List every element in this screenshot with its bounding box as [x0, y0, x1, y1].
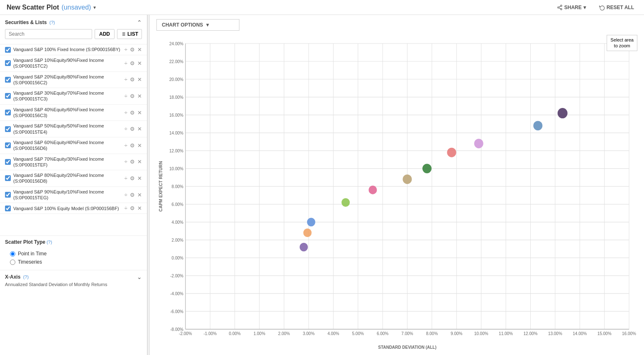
security-checkbox[interactable] [5, 47, 11, 53]
close-icon[interactable]: ✕ [137, 47, 142, 53]
xaxis-help-icon[interactable]: (?) [23, 274, 29, 279]
svg-text:6.00%: 6.00% [377, 331, 388, 336]
settings-icon[interactable]: ⚙ [130, 159, 135, 165]
close-icon[interactable]: ✕ [137, 159, 142, 165]
settings-icon[interactable]: ⚙ [130, 110, 135, 116]
security-checkbox[interactable] [5, 60, 11, 66]
settings-icon[interactable]: ⚙ [130, 205, 135, 211]
security-name: Vanguard S&P 40%Equity/60%Fixed Income (… [13, 107, 122, 119]
reset-all-button[interactable]: RESET ALL [596, 3, 637, 12]
list-icon [121, 32, 126, 37]
security-actions: ÷ ⚙ ✕ [124, 126, 142, 132]
svg-point-96 [533, 121, 542, 130]
scatter-type-help-icon[interactable]: (?) [46, 240, 52, 245]
security-checkbox[interactable] [5, 175, 11, 181]
security-item: Vanguard S&P 50%Equity/50%Fixed Income (… [0, 121, 147, 137]
securities-help-icon[interactable]: (?) [49, 20, 55, 25]
security-checkbox[interactable] [5, 159, 11, 165]
divide-icon[interactable]: ÷ [124, 159, 127, 165]
close-icon[interactable]: ✕ [137, 60, 142, 66]
radio-label-point[interactable]: Point in Time [10, 251, 137, 257]
settings-icon[interactable]: ⚙ [130, 60, 135, 66]
securities-header: Securities & Lists (?) ⌃ [5, 19, 142, 26]
radio-label-text: Point in Time [18, 251, 46, 257]
divide-icon[interactable]: ÷ [124, 126, 127, 132]
close-icon[interactable]: ✕ [137, 205, 142, 211]
settings-icon[interactable]: ⚙ [130, 93, 135, 99]
security-name: Vanguard S&P 100% Fixed Income (S:0P0001… [13, 47, 122, 52]
svg-point-93 [422, 164, 432, 173]
svg-text:14.00%: 14.00% [573, 331, 587, 336]
security-checkbox[interactable] [5, 110, 11, 115]
svg-text:10.00%: 10.00% [169, 166, 183, 171]
divide-icon[interactable]: ÷ [124, 47, 127, 53]
divide-icon[interactable]: ÷ [124, 60, 127, 66]
chart-area: CHART OPTIONS ▾ Select areato zoom -8.00… [150, 15, 644, 355]
list-button[interactable]: LIST [117, 29, 142, 39]
svg-text:2.00%: 2.00% [172, 238, 183, 242]
settings-icon[interactable]: ⚙ [130, 175, 135, 181]
settings-icon[interactable]: ⚙ [130, 76, 135, 83]
security-actions: ÷ ⚙ ✕ [124, 93, 142, 99]
security-checkbox[interactable] [5, 206, 11, 211]
svg-text:0.00%: 0.00% [172, 256, 183, 260]
svg-text:5.00%: 5.00% [352, 331, 364, 336]
divide-icon[interactable]: ÷ [124, 93, 127, 99]
security-name: Vanguard S&P 50%Equity/50%Fixed Income (… [13, 123, 122, 135]
security-actions: ÷ ⚙ ✕ [124, 205, 142, 211]
svg-text:8.00%: 8.00% [426, 331, 438, 336]
chart-options-dropdown[interactable]: CHART OPTIONS ▾ [156, 19, 239, 31]
radio-label-timeseries[interactable]: Timeseries [10, 259, 137, 265]
radio-input-timeseries[interactable] [10, 260, 15, 265]
settings-icon[interactable]: ⚙ [130, 142, 135, 149]
xaxis-section: X-Axis (?) ⌄ Annualized Standard Deviati… [0, 270, 147, 290]
svg-point-87 [300, 243, 308, 252]
security-checkbox[interactable] [5, 77, 11, 83]
radio-input-point[interactable] [10, 251, 15, 257]
divide-icon[interactable]: ÷ [124, 142, 127, 149]
security-name: Vanguard S&P 60%Equity/40%Fixed Income (… [13, 140, 122, 152]
zoom-button[interactable]: Select areato zoom [607, 35, 637, 51]
svg-text:2.00%: 2.00% [278, 331, 290, 336]
security-item: Vanguard S&P 30%Equity/70%Fixed Income (… [0, 88, 147, 105]
security-checkbox[interactable] [5, 93, 11, 99]
close-icon[interactable]: ✕ [137, 110, 142, 116]
close-icon[interactable]: ✕ [137, 93, 142, 99]
divide-icon[interactable]: ÷ [124, 192, 127, 198]
security-checkbox[interactable] [5, 126, 11, 132]
search-input[interactable] [5, 29, 92, 39]
close-icon[interactable]: ✕ [137, 126, 142, 132]
collapse-xaxis-button[interactable]: ⌄ [137, 274, 142, 280]
svg-text:16.00%: 16.00% [622, 331, 636, 336]
svg-text:12.00%: 12.00% [169, 149, 183, 153]
close-icon[interactable]: ✕ [137, 192, 142, 198]
page-title: New Scatter Plot [7, 4, 59, 11]
close-icon[interactable]: ✕ [137, 142, 142, 149]
close-icon[interactable]: ✕ [137, 76, 142, 83]
divide-icon[interactable]: ÷ [124, 205, 127, 211]
divide-icon[interactable]: ÷ [124, 175, 127, 181]
divide-icon[interactable]: ÷ [124, 110, 127, 116]
chart-options-label: CHART OPTIONS [162, 22, 203, 28]
settings-icon[interactable]: ⚙ [130, 192, 135, 198]
security-actions: ÷ ⚙ ✕ [124, 142, 142, 149]
svg-text:9.00%: 9.00% [451, 331, 462, 336]
svg-text:15.00%: 15.00% [598, 331, 612, 336]
security-actions: ÷ ⚙ ✕ [124, 175, 142, 181]
close-icon[interactable]: ✕ [137, 175, 142, 181]
settings-icon[interactable]: ⚙ [130, 126, 135, 132]
divide-icon[interactable]: ÷ [124, 76, 127, 83]
svg-text:4.00%: 4.00% [172, 220, 183, 225]
security-checkbox[interactable] [5, 142, 11, 148]
main-layout: Securities & Lists (?) ⌃ ADD LIST Vangua… [0, 15, 644, 355]
settings-icon[interactable]: ⚙ [130, 47, 135, 53]
security-checkbox[interactable] [5, 192, 11, 198]
share-button[interactable]: SHARE ▾ [554, 3, 589, 12]
title-dropdown-icon[interactable]: ▾ [93, 5, 96, 10]
svg-text:-4.00%: -4.00% [170, 291, 183, 296]
add-button[interactable]: ADD [95, 29, 115, 39]
security-actions: ÷ ⚙ ✕ [124, 76, 142, 83]
security-actions: ÷ ⚙ ✕ [124, 47, 142, 53]
collapse-securities-button[interactable]: ⌃ [137, 19, 142, 26]
svg-point-2 [561, 8, 562, 10]
